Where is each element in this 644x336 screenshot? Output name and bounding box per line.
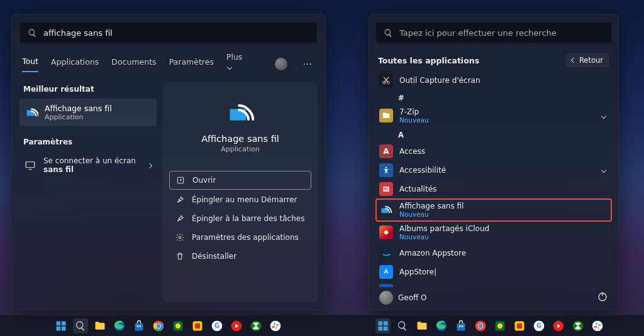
svg-rect-67 bbox=[596, 322, 597, 325]
all-apps-title: Toutes les applications bbox=[378, 56, 479, 65]
pin-start-button[interactable]: Épingler au menu Démarrer bbox=[169, 191, 311, 209]
app-row-icloud-albums[interactable]: Albums partagés iCloudNouveau bbox=[375, 222, 612, 244]
access-icon: A bbox=[379, 144, 393, 158]
more-options-button[interactable]: ⋯ bbox=[300, 58, 315, 70]
taskbar-youtube-button[interactable] bbox=[229, 318, 244, 333]
taskbar-chrome-button[interactable] bbox=[151, 318, 166, 333]
app-row-amazon-appstore[interactable]: Amazon Appstore bbox=[375, 244, 612, 263]
app-label: Affichage sans fil bbox=[399, 202, 464, 210]
app-row-access[interactable]: A Access bbox=[375, 142, 612, 161]
taskbar-app7-button[interactable] bbox=[492, 318, 508, 333]
svg-point-18 bbox=[388, 232, 389, 234]
taskbar-store-button[interactable] bbox=[131, 318, 147, 333]
search-tabs: Tout Applications Documents Paramètres P… bbox=[19, 52, 318, 76]
taskbar-slack-button[interactable] bbox=[590, 318, 605, 333]
taskbar-edge-button[interactable] bbox=[434, 318, 449, 333]
svg-rect-52 bbox=[457, 323, 465, 330]
open-button[interactable]: Ouvrir bbox=[169, 171, 311, 190]
search-icon bbox=[28, 28, 37, 38]
tab-applications[interactable]: Applications bbox=[51, 57, 99, 72]
svg-rect-48 bbox=[384, 321, 388, 325]
app-label: Access bbox=[399, 147, 425, 156]
svg-point-7 bbox=[386, 167, 387, 168]
preview-title: Affichage sans fil bbox=[201, 134, 279, 144]
search-box[interactable] bbox=[19, 22, 318, 43]
taskbar-explorer-button[interactable] bbox=[92, 318, 108, 333]
best-result-item[interactable]: Affichage sans fil Application bbox=[19, 99, 157, 126]
svg-point-42 bbox=[270, 320, 281, 331]
svg-rect-1 bbox=[26, 162, 35, 168]
tab-all[interactable]: Tout bbox=[22, 57, 38, 72]
start-search-box[interactable] bbox=[375, 22, 612, 43]
svg-point-59 bbox=[497, 323, 502, 328]
app-label: Albums partagés iCloud bbox=[399, 224, 489, 233]
svg-rect-21 bbox=[62, 321, 66, 325]
svg-text:G: G bbox=[536, 322, 541, 329]
app-row-appstore[interactable]: AppStore| bbox=[375, 263, 612, 281]
taskbar-app7-button[interactable] bbox=[170, 318, 186, 333]
taskbar-explorer-button[interactable] bbox=[414, 318, 430, 333]
back-button[interactable]: Retour bbox=[565, 53, 609, 67]
tab-settings[interactable]: Paramètres bbox=[169, 57, 214, 72]
svg-rect-49 bbox=[379, 326, 383, 330]
pin-icon bbox=[175, 195, 184, 204]
search-input[interactable] bbox=[43, 28, 309, 38]
svg-rect-0 bbox=[27, 110, 35, 116]
app-row-astuces[interactable]: Astuces bbox=[375, 281, 612, 287]
start-search-input[interactable] bbox=[399, 28, 604, 38]
uninstall-button[interactable]: Désinstaller bbox=[169, 247, 311, 265]
taskbar-start-button[interactable] bbox=[375, 318, 391, 333]
svg-point-16 bbox=[386, 235, 387, 236]
back-label: Retour bbox=[579, 56, 603, 65]
taskbar-chrome-button[interactable] bbox=[473, 318, 488, 333]
app-label: 7-Zip bbox=[399, 107, 429, 116]
taskbar-xbox-button[interactable] bbox=[570, 318, 586, 333]
svg-rect-46 bbox=[276, 324, 279, 325]
letter-header-hash[interactable]: # bbox=[375, 90, 612, 105]
power-icon bbox=[597, 291, 608, 302]
app-settings-button[interactable]: Paramètres des applications bbox=[169, 229, 311, 246]
taskbar-app8-button[interactable] bbox=[190, 318, 205, 333]
appstore-icon bbox=[379, 265, 393, 279]
chevron-down-icon bbox=[602, 112, 608, 119]
wireless-display-icon bbox=[226, 99, 254, 126]
svg-point-15 bbox=[386, 230, 387, 231]
new-badge: Nouveau bbox=[399, 210, 464, 219]
pin-taskbar-button[interactable]: Épingler à la barre des tâches bbox=[169, 210, 311, 227]
user-account-button[interactable]: Geoff O bbox=[379, 291, 427, 305]
taskbar-search-button[interactable] bbox=[395, 318, 410, 333]
app-row-wireless-display[interactable]: Affichage sans filNouveau bbox=[375, 198, 612, 222]
taskbar-slack-button[interactable] bbox=[268, 318, 283, 333]
app-row-snipping-tool[interactable]: Outil Capture d'écran bbox=[375, 71, 612, 90]
wireless-display-icon bbox=[379, 203, 393, 217]
tab-documents[interactable]: Documents bbox=[111, 57, 156, 72]
app-row-news[interactable]: Actualités bbox=[375, 180, 612, 198]
app-row-7zip[interactable]: 7-ZipNouveau bbox=[375, 105, 612, 127]
taskbar-search-button[interactable] bbox=[73, 318, 88, 333]
apps-list: Outil Capture d'écran # 7-ZipNouveau A A… bbox=[375, 71, 612, 287]
svg-rect-25 bbox=[135, 323, 143, 330]
svg-point-65 bbox=[573, 320, 584, 331]
power-button[interactable] bbox=[597, 291, 608, 305]
open-icon bbox=[176, 176, 185, 185]
preview-pane: Affichage sans fil Application Ouvrir Ép… bbox=[163, 82, 318, 302]
taskbar-google-button[interactable]: G bbox=[209, 318, 225, 333]
svg-rect-53 bbox=[459, 325, 461, 327]
app-label: Actualités bbox=[399, 185, 436, 193]
taskbar-xbox-button[interactable] bbox=[248, 318, 264, 333]
results-column: Meilleur résultat Affichage sans fil App… bbox=[19, 82, 157, 302]
connect-wireless-screen-item[interactable]: Se connecter à un écran sans fil bbox=[19, 151, 157, 179]
taskbar-google-button[interactable]: G bbox=[531, 318, 547, 333]
user-name-label: Geoff O bbox=[398, 293, 427, 302]
taskbar-edge-button[interactable] bbox=[112, 318, 127, 333]
taskbar-start-button[interactable] bbox=[53, 318, 69, 333]
tab-more[interactable]: Plus bbox=[226, 52, 250, 76]
letter-header-a[interactable]: A bbox=[375, 127, 612, 142]
app-row-accessibility[interactable]: Accessibilité bbox=[375, 161, 612, 180]
svg-rect-45 bbox=[272, 326, 275, 327]
taskbar-youtube-button[interactable] bbox=[551, 318, 566, 333]
user-avatar[interactable] bbox=[275, 58, 287, 70]
taskbar-store-button[interactable] bbox=[453, 318, 469, 333]
taskbar-app8-button[interactable] bbox=[512, 318, 527, 333]
svg-rect-10 bbox=[386, 188, 389, 188]
